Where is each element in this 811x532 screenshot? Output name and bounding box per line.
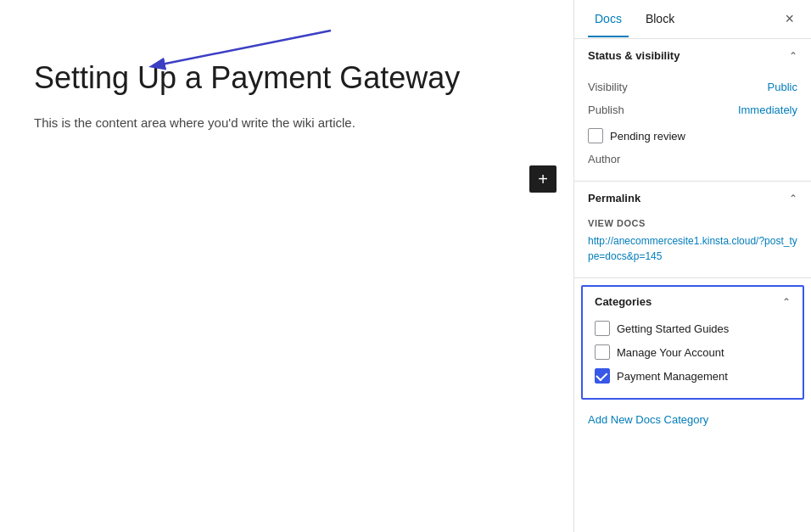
main-content-area: Setting Up a Payment Gateway This is the…: [0, 0, 573, 532]
permalink-section-title: Permalink: [588, 192, 640, 204]
category-checkbox-getting-started[interactable]: [595, 321, 610, 336]
categories-section-title: Categories: [595, 295, 652, 308]
category-item-payment-management: Payment Management: [595, 364, 791, 388]
status-visibility-section: Status & visibility ⌃ Visibility Public …: [574, 39, 811, 182]
tab-docs[interactable]: Docs: [588, 2, 629, 37]
publish-row: Publish Immediately: [588, 98, 797, 121]
sidebar-tabs: Docs Block ×: [574, 0, 811, 39]
add-block-button[interactable]: +: [529, 165, 557, 193]
permalink-body: VIEW DOCS http://anecommercesite1.kinsta…: [574, 215, 811, 277]
status-visibility-header[interactable]: Status & visibility ⌃: [574, 39, 811, 72]
page-content-text: This is the content area where you'd wri…: [34, 113, 540, 133]
category-item-getting-started: Getting Started Guides: [595, 316, 791, 340]
publish-label: Publish: [588, 104, 624, 116]
chevron-up-icon: ⌃: [789, 50, 797, 62]
page-title: Setting Up a Payment Gateway: [34, 59, 540, 96]
author-label: Author: [588, 153, 620, 165]
close-button[interactable]: ×: [781, 7, 797, 31]
visibility-row: Visibility Public: [588, 76, 797, 98]
permalink-url[interactable]: http://anecommercesite1.kinsta.cloud/?po…: [588, 235, 797, 262]
category-item-manage-account: Manage Your Account: [595, 340, 791, 364]
category-label-getting-started: Getting Started Guides: [617, 322, 729, 335]
category-checkbox-manage-account[interactable]: [595, 344, 610, 360]
sidebar-panel: Docs Block × Status & visibility ⌃ Visib…: [573, 0, 811, 532]
add-category-link[interactable]: Add New Docs Category: [574, 406, 811, 434]
tab-block[interactable]: Block: [639, 2, 681, 37]
categories-header[interactable]: Categories ⌃: [583, 287, 803, 316]
pending-review-row: Pending review: [588, 121, 797, 147]
chevron-up-icon-categories: ⌃: [782, 296, 791, 308]
status-section-title: Status & visibility: [588, 49, 680, 62]
pending-review-label: Pending review: [610, 130, 685, 143]
permalink-section: Permalink ⌃ VIEW DOCS http://anecommerce…: [574, 182, 811, 278]
category-label-manage-account: Manage Your Account: [617, 346, 724, 359]
visibility-label: Visibility: [588, 81, 628, 93]
chevron-up-icon-permalink: ⌃: [789, 193, 797, 204]
categories-body: Getting Started Guides Manage Your Accou…: [583, 316, 803, 398]
permalink-header[interactable]: Permalink ⌃: [574, 182, 811, 215]
pending-review-checkbox[interactable]: [588, 128, 603, 143]
status-visibility-body: Visibility Public Publish Immediately Pe…: [574, 72, 811, 181]
publish-value[interactable]: Immediately: [738, 104, 797, 116]
category-label-payment-management: Payment Management: [617, 370, 728, 383]
category-checkbox-payment-checked[interactable]: [595, 368, 610, 384]
categories-section: Categories ⌃ Getting Started Guides Mana…: [581, 285, 804, 400]
plus-icon: +: [538, 171, 548, 188]
visibility-value[interactable]: Public: [768, 81, 797, 93]
author-row: Author: [588, 147, 797, 167]
view-docs-label: VIEW DOCS: [588, 218, 797, 228]
